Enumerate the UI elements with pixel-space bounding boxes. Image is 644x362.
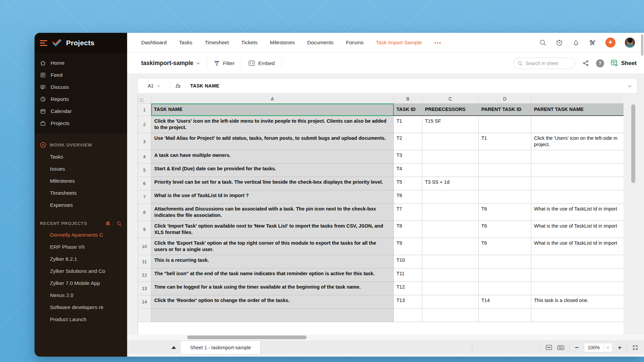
task-name-cell[interactable]: Attachments and Discussions can be assoc… — [151, 204, 394, 221]
search-icon[interactable] — [539, 39, 546, 46]
work-overview-item-milestones[interactable]: Milestones — [35, 175, 127, 187]
parent-task-name-cell[interactable]: What is the use of TaskList Id in import — [531, 204, 624, 221]
parent-task-id-cell[interactable] — [479, 164, 531, 177]
horizontal-scrollbar-thumb[interactable] — [187, 336, 307, 339]
nav-tab-tickets[interactable]: Tickets — [241, 40, 258, 46]
sidebar-item-reports[interactable]: Reports — [35, 93, 127, 105]
empty-cell[interactable] — [479, 309, 531, 322]
task-id-cell[interactable]: T11 — [394, 268, 422, 282]
header-cell[interactable]: PREDECESSORS — [422, 104, 479, 116]
parent-task-id-cell[interactable]: T6 — [479, 221, 531, 238]
more-tabs-icon[interactable]: ••• — [434, 40, 442, 46]
row-number[interactable]: 4 — [138, 150, 151, 164]
predecessors-cell[interactable] — [422, 268, 479, 282]
row-number[interactable]: 14 — [138, 295, 151, 309]
header-cell[interactable]: TASK ID — [394, 104, 422, 116]
parent-task-name-cell[interactable] — [531, 255, 624, 268]
predecessors-cell[interactable] — [422, 164, 479, 177]
task-name-cell[interactable]: What is the use of TaskList Id in import… — [151, 190, 394, 204]
task-id-cell[interactable]: T4 — [394, 164, 422, 177]
nav-tab-tasks[interactable]: Tasks — [179, 40, 193, 46]
predecessors-cell[interactable] — [422, 150, 479, 164]
task-id-cell[interactable]: T8 — [394, 221, 422, 238]
parent-task-name-cell[interactable] — [531, 190, 624, 204]
spreadsheet-grid[interactable]: ABCD1TASK NAMETASK IDPREDECESSORSPARENT … — [138, 95, 624, 335]
add-new-button[interactable]: + — [605, 38, 615, 48]
predecessors-cell[interactable] — [422, 204, 479, 221]
sidebar-item-calendar[interactable]: Calendar — [35, 105, 127, 117]
nav-tab-dashboard[interactable]: Dashboard — [141, 40, 167, 46]
empty-cell[interactable] — [151, 309, 394, 322]
work-overview-header[interactable]: WORK OVERVIEW — [35, 139, 127, 151]
column-header-A[interactable]: A — [151, 95, 394, 104]
column-header-C[interactable]: C — [422, 95, 479, 104]
predecessors-cell[interactable] — [422, 190, 479, 204]
empty-cell[interactable] — [394, 309, 422, 322]
parent-task-name-cell[interactable]: Click the 'Users' icon on the left-side … — [531, 133, 624, 150]
row-number[interactable]: 11 — [138, 255, 151, 268]
task-id-cell[interactable]: T1 — [394, 116, 422, 133]
task-name-cell[interactable]: The "bell icon" at the end of the task n… — [151, 268, 394, 282]
task-name-cell[interactable]: This is a recurring task. — [151, 255, 394, 268]
task-id-cell[interactable]: T6 — [394, 190, 422, 204]
sheet-search-box[interactable] — [513, 58, 576, 69]
parent-task-id-cell[interactable] — [479, 282, 531, 295]
row-number[interactable] — [138, 309, 151, 322]
nav-tab-documents[interactable]: Documents — [307, 40, 333, 46]
notifications-bell-icon[interactable] — [572, 39, 580, 46]
parent-task-name-cell[interactable] — [531, 282, 624, 295]
recent-project-item[interactable]: Zylker 6.2.1 — [35, 253, 127, 265]
cell-reference-box[interactable]: A1 — [138, 83, 170, 88]
header-cell[interactable]: PARENT TASK ID — [479, 104, 531, 116]
sidebar-item-projects[interactable]: Projects — [35, 117, 127, 129]
task-id-cell[interactable]: T2 — [394, 133, 422, 150]
filter-button[interactable]: Filter — [214, 60, 234, 66]
task-name-cell[interactable]: A task can have multiple owners. — [151, 150, 394, 164]
predecessors-cell[interactable] — [422, 238, 479, 255]
parent-task-id-cell[interactable] — [479, 268, 531, 282]
empty-cell[interactable] — [531, 309, 624, 322]
nav-tab-forums[interactable]: Forums — [346, 40, 364, 46]
task-name-cell[interactable]: Use 'Mail Alias for Project' to add stat… — [151, 133, 394, 150]
row-number[interactable]: 9 — [138, 221, 151, 238]
row-number[interactable]: 10 — [138, 238, 151, 255]
task-name-cell[interactable]: Time can be logged for a task using the … — [151, 282, 394, 295]
parent-task-name-cell[interactable]: What is the use of TaskList Id in import — [531, 238, 624, 255]
page-scrollbar[interactable] — [641, 34, 643, 56]
row-number[interactable]: 12 — [138, 268, 151, 282]
fit-to-screen-icon[interactable] — [545, 344, 552, 351]
row-number[interactable]: 7 — [138, 190, 151, 204]
zoom-level-control[interactable]: 100% — [584, 343, 612, 352]
empty-cell[interactable] — [422, 309, 479, 322]
recent-project-item[interactable]: Zylker 7.0 Mobile App — [35, 277, 127, 289]
task-name-cell[interactable]: Priority level can be set for a task. Th… — [151, 177, 394, 190]
fullscreen-icon[interactable] — [632, 344, 639, 351]
chevron-up-circle-icon[interactable] — [40, 142, 46, 148]
predecessors-cell[interactable] — [422, 295, 479, 309]
task-name-cell[interactable]: Start & End (Due) date can be provided f… — [151, 164, 394, 177]
header-cell[interactable]: PARENT TASK NAME — [531, 104, 624, 116]
parent-task-id-cell[interactable] — [479, 116, 531, 133]
recent-project-item[interactable]: ERP Phase VII — [35, 241, 127, 253]
sidebar-item-home[interactable]: Home — [35, 57, 127, 69]
parent-task-name-cell[interactable] — [531, 150, 624, 164]
parent-task-name-cell[interactable] — [531, 268, 624, 282]
task-name-cell[interactable]: Click 'Import Task' option available nex… — [151, 221, 394, 238]
task-id-cell[interactable]: T12 — [394, 282, 422, 295]
active-sheet-tab[interactable]: Sheet 1 - taskimport-sample — [181, 341, 260, 354]
predecessors-cell[interactable] — [422, 255, 479, 268]
task-name-cell[interactable]: Click the 'Users' icon on the left-side … — [151, 116, 394, 133]
row-number[interactable]: 1 — [138, 104, 151, 116]
parent-task-name-cell[interactable]: What is the use of TaskList Id in import — [531, 221, 624, 238]
row-number[interactable]: 2 — [138, 116, 151, 133]
embed-button[interactable]: Embed — [248, 60, 275, 66]
task-id-cell[interactable]: T5 — [394, 177, 422, 190]
zoom-in-button[interactable]: + — [617, 344, 622, 351]
parent-task-id-cell[interactable] — [479, 255, 531, 268]
task-id-cell[interactable]: T9 — [394, 238, 422, 255]
expand-formula-bar-icon[interactable] — [622, 83, 637, 89]
task-id-cell[interactable]: T10 — [394, 255, 422, 268]
hamburger-menu-icon[interactable] — [40, 40, 47, 46]
select-all-corner[interactable] — [138, 95, 151, 104]
predecessors-cell[interactable]: T15 SF — [422, 116, 479, 133]
